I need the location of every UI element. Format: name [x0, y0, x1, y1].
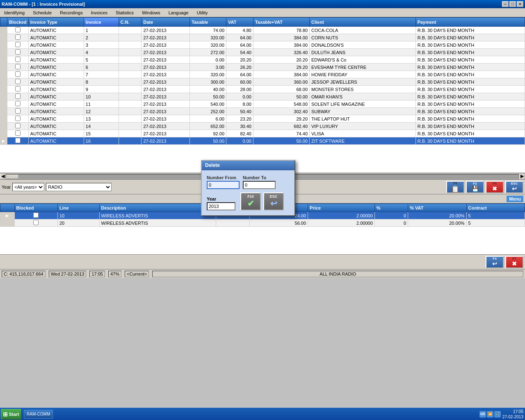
dialog-action-buttons: F10 ✔ ESC ↩: [240, 192, 284, 210]
dialog-overlay: Delete Number From Number To Year: [0, 0, 525, 420]
number-to-label: Number To: [243, 175, 276, 180]
number-from-label: Number From: [207, 175, 240, 180]
dialog-year-input[interactable]: [207, 202, 235, 210]
dialog-fields-row: Number From Number To: [207, 175, 290, 189]
number-to-field: Number To: [243, 175, 276, 189]
number-from-field: Number From: [207, 175, 240, 189]
number-to-input[interactable]: [243, 181, 276, 189]
dialog-year-label: Year: [207, 196, 235, 201]
dialog-f10-button[interactable]: F10 ✔: [240, 192, 261, 210]
delete-dialog: Delete Number From Number To Year: [201, 160, 295, 216]
dialog-year-field: Year: [207, 196, 235, 210]
dialog-title: Delete: [202, 161, 294, 170]
dialog-esc-button[interactable]: ESC ↩: [263, 192, 284, 210]
number-from-input[interactable]: [207, 181, 240, 189]
dialog-body: Number From Number To Year F10 ✔: [202, 170, 294, 215]
